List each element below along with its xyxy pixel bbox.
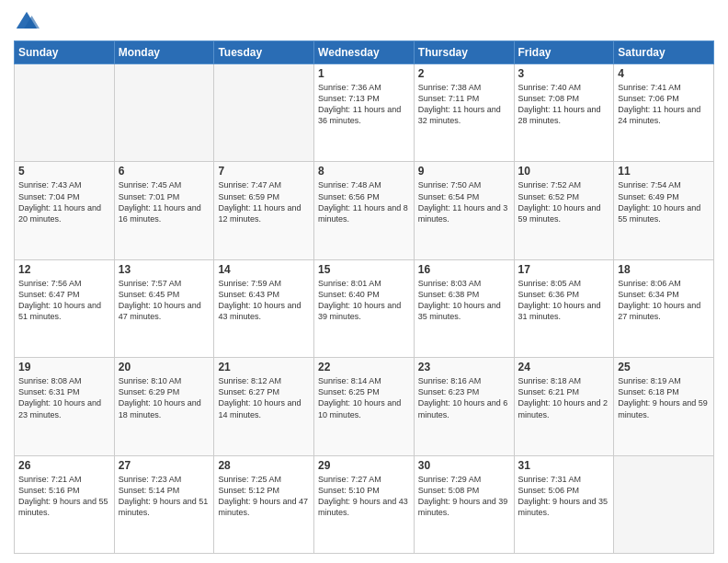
- calendar-week-row: 19Sunrise: 8:08 AM Sunset: 6:31 PM Dayli…: [15, 358, 714, 455]
- calendar-cell: 2Sunrise: 7:38 AM Sunset: 7:11 PM Daylig…: [414, 64, 514, 162]
- day-number: 26: [18, 459, 110, 472]
- day-info: Sunrise: 7:56 AM Sunset: 6:47 PM Dayligh…: [18, 278, 110, 323]
- day-info: Sunrise: 7:40 AM Sunset: 7:08 PM Dayligh…: [518, 82, 610, 127]
- calendar-cell: 26Sunrise: 7:21 AM Sunset: 5:16 PM Dayli…: [15, 455, 115, 553]
- day-number: 10: [518, 165, 610, 178]
- calendar-cell: [214, 64, 314, 162]
- calendar-header-wednesday: Wednesday: [314, 41, 415, 64]
- calendar-cell: 16Sunrise: 8:03 AM Sunset: 6:38 PM Dayli…: [414, 259, 514, 357]
- calendar-cell: 3Sunrise: 7:40 AM Sunset: 7:08 PM Daylig…: [514, 64, 614, 162]
- calendar-cell: 25Sunrise: 8:19 AM Sunset: 6:18 PM Dayli…: [614, 358, 714, 455]
- day-info: Sunrise: 7:21 AM Sunset: 5:16 PM Dayligh…: [18, 474, 110, 519]
- calendar-week-row: 26Sunrise: 7:21 AM Sunset: 5:16 PM Dayli…: [15, 455, 714, 553]
- day-info: Sunrise: 7:59 AM Sunset: 6:43 PM Dayligh…: [218, 278, 310, 323]
- day-info: Sunrise: 8:05 AM Sunset: 6:36 PM Dayligh…: [518, 278, 610, 323]
- calendar-cell: [614, 455, 714, 553]
- day-number: 3: [518, 67, 610, 80]
- day-info: Sunrise: 7:36 AM Sunset: 7:13 PM Dayligh…: [318, 82, 410, 127]
- logo-icon: [14, 9, 40, 35]
- calendar-cell: 1Sunrise: 7:36 AM Sunset: 7:13 PM Daylig…: [314, 64, 415, 162]
- day-number: 20: [119, 361, 210, 373]
- day-info: Sunrise: 7:25 AM Sunset: 5:12 PM Dayligh…: [218, 474, 310, 519]
- day-number: 22: [318, 361, 410, 373]
- calendar-cell: 23Sunrise: 8:16 AM Sunset: 6:23 PM Dayli…: [414, 358, 514, 455]
- calendar-cell: [15, 64, 115, 162]
- day-number: 17: [518, 263, 610, 276]
- day-number: 25: [618, 361, 710, 373]
- calendar-cell: 13Sunrise: 7:57 AM Sunset: 6:45 PM Dayli…: [114, 259, 214, 357]
- calendar-cell: 10Sunrise: 7:52 AM Sunset: 6:52 PM Dayli…: [514, 162, 614, 259]
- day-info: Sunrise: 7:47 AM Sunset: 6:59 PM Dayligh…: [218, 179, 310, 224]
- calendar-cell: 4Sunrise: 7:41 AM Sunset: 7:06 PM Daylig…: [614, 64, 714, 162]
- day-number: 13: [119, 263, 210, 276]
- day-info: Sunrise: 8:18 AM Sunset: 6:21 PM Dayligh…: [518, 375, 610, 420]
- calendar-header-saturday: Saturday: [614, 41, 714, 64]
- calendar-week-row: 12Sunrise: 7:56 AM Sunset: 6:47 PM Dayli…: [15, 259, 714, 357]
- day-number: 18: [618, 263, 710, 276]
- day-info: Sunrise: 7:38 AM Sunset: 7:11 PM Dayligh…: [418, 82, 510, 127]
- day-number: 7: [218, 165, 310, 178]
- day-number: 27: [119, 459, 210, 472]
- calendar-cell: 6Sunrise: 7:45 AM Sunset: 7:01 PM Daylig…: [114, 162, 214, 259]
- calendar-cell: 20Sunrise: 8:10 AM Sunset: 6:29 PM Dayli…: [114, 358, 214, 455]
- day-number: 14: [218, 263, 310, 276]
- day-number: 24: [518, 361, 610, 373]
- day-info: Sunrise: 7:41 AM Sunset: 7:06 PM Dayligh…: [618, 82, 710, 127]
- day-info: Sunrise: 8:12 AM Sunset: 6:27 PM Dayligh…: [218, 375, 310, 420]
- day-info: Sunrise: 8:16 AM Sunset: 6:23 PM Dayligh…: [418, 375, 510, 420]
- day-info: Sunrise: 7:45 AM Sunset: 7:01 PM Dayligh…: [119, 179, 210, 224]
- day-number: 19: [18, 361, 110, 373]
- day-info: Sunrise: 7:27 AM Sunset: 5:10 PM Dayligh…: [318, 474, 410, 519]
- day-info: Sunrise: 8:08 AM Sunset: 6:31 PM Dayligh…: [18, 375, 110, 420]
- day-info: Sunrise: 8:03 AM Sunset: 6:38 PM Dayligh…: [418, 278, 510, 323]
- calendar-cell: 24Sunrise: 8:18 AM Sunset: 6:21 PM Dayli…: [514, 358, 614, 455]
- calendar-header-sunday: Sunday: [15, 41, 115, 64]
- logo: [14, 9, 43, 35]
- calendar-cell: 28Sunrise: 7:25 AM Sunset: 5:12 PM Dayli…: [214, 455, 314, 553]
- day-number: 29: [318, 459, 410, 472]
- day-number: 1: [318, 67, 410, 80]
- calendar-cell: 31Sunrise: 7:31 AM Sunset: 5:06 PM Dayli…: [514, 455, 614, 553]
- day-info: Sunrise: 8:14 AM Sunset: 6:25 PM Dayligh…: [318, 375, 410, 420]
- calendar-table: SundayMondayTuesdayWednesdayThursdayFrid…: [14, 40, 714, 554]
- calendar-cell: 17Sunrise: 8:05 AM Sunset: 6:36 PM Dayli…: [514, 259, 614, 357]
- day-number: 8: [318, 165, 410, 178]
- day-info: Sunrise: 8:06 AM Sunset: 6:34 PM Dayligh…: [618, 278, 710, 323]
- day-info: Sunrise: 7:54 AM Sunset: 6:49 PM Dayligh…: [618, 179, 710, 224]
- day-info: Sunrise: 8:01 AM Sunset: 6:40 PM Dayligh…: [318, 278, 410, 323]
- calendar-cell: 27Sunrise: 7:23 AM Sunset: 5:14 PM Dayli…: [114, 455, 214, 553]
- day-number: 6: [119, 165, 210, 178]
- calendar-cell: 30Sunrise: 7:29 AM Sunset: 5:08 PM Dayli…: [414, 455, 514, 553]
- calendar-cell: 9Sunrise: 7:50 AM Sunset: 6:54 PM Daylig…: [414, 162, 514, 259]
- calendar-cell: 8Sunrise: 7:48 AM Sunset: 6:56 PM Daylig…: [314, 162, 415, 259]
- calendar-header-friday: Friday: [514, 41, 614, 64]
- day-number: 15: [318, 263, 410, 276]
- calendar-cell: [114, 64, 214, 162]
- day-number: 23: [418, 361, 510, 373]
- day-number: 16: [418, 263, 510, 276]
- day-number: 5: [18, 165, 110, 178]
- calendar-cell: 14Sunrise: 7:59 AM Sunset: 6:43 PM Dayli…: [214, 259, 314, 357]
- day-number: 11: [618, 165, 710, 178]
- day-number: 4: [618, 67, 710, 80]
- calendar-cell: 21Sunrise: 8:12 AM Sunset: 6:27 PM Dayli…: [214, 358, 314, 455]
- calendar-header-row: SundayMondayTuesdayWednesdayThursdayFrid…: [15, 41, 714, 64]
- day-number: 31: [518, 459, 610, 472]
- day-info: Sunrise: 7:23 AM Sunset: 5:14 PM Dayligh…: [119, 474, 210, 519]
- day-info: Sunrise: 7:57 AM Sunset: 6:45 PM Dayligh…: [119, 278, 210, 323]
- day-info: Sunrise: 7:50 AM Sunset: 6:54 PM Dayligh…: [418, 179, 510, 224]
- day-info: Sunrise: 7:48 AM Sunset: 6:56 PM Dayligh…: [318, 179, 410, 224]
- day-number: 9: [418, 165, 510, 178]
- calendar-cell: 18Sunrise: 8:06 AM Sunset: 6:34 PM Dayli…: [614, 259, 714, 357]
- calendar-header-monday: Monday: [114, 41, 214, 64]
- calendar-week-row: 1Sunrise: 7:36 AM Sunset: 7:13 PM Daylig…: [15, 64, 714, 162]
- calendar-cell: 11Sunrise: 7:54 AM Sunset: 6:49 PM Dayli…: [614, 162, 714, 259]
- calendar-week-row: 5Sunrise: 7:43 AM Sunset: 7:04 PM Daylig…: [15, 162, 714, 259]
- day-info: Sunrise: 7:52 AM Sunset: 6:52 PM Dayligh…: [518, 179, 610, 224]
- day-info: Sunrise: 7:43 AM Sunset: 7:04 PM Dayligh…: [18, 179, 110, 224]
- day-info: Sunrise: 7:29 AM Sunset: 5:08 PM Dayligh…: [418, 474, 510, 519]
- header: [14, 9, 714, 35]
- calendar-cell: 7Sunrise: 7:47 AM Sunset: 6:59 PM Daylig…: [214, 162, 314, 259]
- calendar-cell: 12Sunrise: 7:56 AM Sunset: 6:47 PM Dayli…: [15, 259, 115, 357]
- day-number: 28: [218, 459, 310, 472]
